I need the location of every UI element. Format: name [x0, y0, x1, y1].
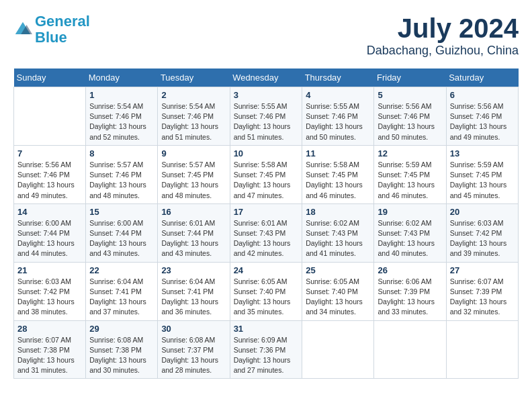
day-info: Sunrise: 5:56 AM Sunset: 7:46 PM Dayligh…: [378, 101, 442, 142]
calendar-cell: 3Sunrise: 5:55 AM Sunset: 7:46 PM Daylig…: [230, 87, 302, 146]
day-info: Sunrise: 6:03 AM Sunset: 7:42 PM Dayligh…: [450, 218, 515, 259]
day-info: Sunrise: 6:02 AM Sunset: 7:43 PM Dayligh…: [378, 218, 442, 259]
calendar-cell: 28Sunrise: 6:07 AM Sunset: 7:38 PM Dayli…: [14, 320, 86, 379]
calendar-cell: 12Sunrise: 5:59 AM Sunset: 7:45 PM Dayli…: [374, 145, 446, 203]
day-number: 16: [161, 207, 226, 217]
day-info: Sunrise: 5:59 AM Sunset: 7:45 PM Dayligh…: [450, 160, 515, 201]
day-info: Sunrise: 6:03 AM Sunset: 7:42 PM Dayligh…: [17, 277, 82, 318]
day-info: Sunrise: 6:05 AM Sunset: 7:40 PM Dayligh…: [234, 277, 299, 318]
page-header: General Blue July 2024 Dabachang, Guizho…: [13, 13, 519, 58]
day-number: 23: [161, 265, 226, 275]
day-number: 12: [378, 148, 442, 158]
day-info: Sunrise: 5:56 AM Sunset: 7:46 PM Dayligh…: [17, 160, 82, 201]
day-info: Sunrise: 5:57 AM Sunset: 7:46 PM Dayligh…: [89, 160, 154, 201]
day-number: 10: [234, 148, 299, 158]
calendar-cell: [374, 320, 446, 379]
calendar-body: 1Sunrise: 5:54 AM Sunset: 7:46 PM Daylig…: [14, 87, 519, 379]
day-number: 19: [378, 207, 442, 217]
day-info: Sunrise: 5:56 AM Sunset: 7:46 PM Dayligh…: [450, 101, 515, 142]
week-row-4: 21Sunrise: 6:03 AM Sunset: 7:42 PM Dayli…: [14, 262, 519, 320]
weekday-tuesday: Tuesday: [158, 68, 230, 87]
day-info: Sunrise: 6:05 AM Sunset: 7:40 PM Dayligh…: [306, 277, 370, 318]
day-number: 24: [234, 265, 299, 275]
day-number: 21: [17, 265, 82, 275]
weekday-thursday: Thursday: [302, 68, 374, 87]
calendar-cell: 1Sunrise: 5:54 AM Sunset: 7:46 PM Daylig…: [86, 87, 158, 146]
day-number: 27: [450, 265, 515, 275]
day-info: Sunrise: 6:07 AM Sunset: 7:39 PM Dayligh…: [450, 277, 515, 318]
weekday-wednesday: Wednesday: [230, 68, 302, 87]
calendar-cell: 7Sunrise: 5:56 AM Sunset: 7:46 PM Daylig…: [14, 145, 86, 203]
day-number: 26: [378, 265, 442, 275]
calendar-cell: 25Sunrise: 6:05 AM Sunset: 7:40 PM Dayli…: [302, 262, 374, 320]
day-number: 17: [234, 207, 299, 217]
day-info: Sunrise: 6:08 AM Sunset: 7:37 PM Dayligh…: [161, 335, 226, 376]
calendar-cell: 20Sunrise: 6:03 AM Sunset: 7:42 PM Dayli…: [446, 203, 518, 262]
day-info: Sunrise: 5:59 AM Sunset: 7:45 PM Dayligh…: [378, 160, 442, 201]
day-info: Sunrise: 5:55 AM Sunset: 7:46 PM Dayligh…: [306, 101, 370, 142]
calendar-cell: [446, 320, 518, 379]
calendar-cell: 18Sunrise: 6:02 AM Sunset: 7:43 PM Dayli…: [302, 203, 374, 262]
calendar-cell: 17Sunrise: 6:01 AM Sunset: 7:43 PM Dayli…: [230, 203, 302, 262]
logo-line2: Blue: [35, 29, 67, 46]
calendar-cell: 26Sunrise: 6:06 AM Sunset: 7:39 PM Dayli…: [374, 262, 446, 320]
day-info: Sunrise: 6:09 AM Sunset: 7:36 PM Dayligh…: [234, 335, 299, 376]
calendar-cell: 22Sunrise: 6:04 AM Sunset: 7:41 PM Dayli…: [86, 262, 158, 320]
day-number: 9: [161, 148, 226, 158]
day-info: Sunrise: 6:02 AM Sunset: 7:43 PM Dayligh…: [306, 218, 370, 259]
day-number: 11: [306, 148, 370, 158]
weekday-saturday: Saturday: [446, 68, 518, 87]
day-number: 6: [450, 90, 515, 100]
day-info: Sunrise: 5:57 AM Sunset: 7:45 PM Dayligh…: [161, 160, 226, 201]
calendar-cell: 9Sunrise: 5:57 AM Sunset: 7:45 PM Daylig…: [158, 145, 230, 203]
day-number: 29: [89, 324, 154, 334]
day-number: 4: [306, 90, 370, 100]
day-number: 3: [234, 90, 299, 100]
calendar-cell: 6Sunrise: 5:56 AM Sunset: 7:46 PM Daylig…: [446, 87, 518, 146]
day-info: Sunrise: 5:58 AM Sunset: 7:45 PM Dayligh…: [234, 160, 299, 201]
day-number: 25: [306, 265, 370, 275]
day-info: Sunrise: 6:08 AM Sunset: 7:38 PM Dayligh…: [89, 335, 154, 376]
logo: General Blue: [13, 13, 90, 46]
day-number: 2: [161, 90, 226, 100]
day-number: 15: [89, 207, 154, 217]
calendar-cell: 15Sunrise: 6:00 AM Sunset: 7:44 PM Dayli…: [86, 203, 158, 262]
calendar-cell: 10Sunrise: 5:58 AM Sunset: 7:45 PM Dayli…: [230, 145, 302, 203]
calendar-cell: 23Sunrise: 6:04 AM Sunset: 7:41 PM Dayli…: [158, 262, 230, 320]
logo-line1: General: [35, 13, 90, 30]
day-number: 7: [17, 148, 82, 158]
day-info: Sunrise: 6:04 AM Sunset: 7:41 PM Dayligh…: [161, 277, 226, 318]
day-info: Sunrise: 6:01 AM Sunset: 7:44 PM Dayligh…: [161, 218, 226, 259]
day-info: Sunrise: 6:00 AM Sunset: 7:44 PM Dayligh…: [89, 218, 154, 259]
calendar-cell: 5Sunrise: 5:56 AM Sunset: 7:46 PM Daylig…: [374, 87, 446, 146]
calendar-cell: 30Sunrise: 6:08 AM Sunset: 7:37 PM Dayli…: [158, 320, 230, 379]
day-info: Sunrise: 5:58 AM Sunset: 7:45 PM Dayligh…: [306, 160, 370, 201]
calendar-cell: 31Sunrise: 6:09 AM Sunset: 7:36 PM Dayli…: [230, 320, 302, 379]
week-row-2: 7Sunrise: 5:56 AM Sunset: 7:46 PM Daylig…: [14, 145, 519, 203]
calendar-cell: 13Sunrise: 5:59 AM Sunset: 7:45 PM Dayli…: [446, 145, 518, 203]
day-number: 20: [450, 207, 515, 217]
calendar-cell: 27Sunrise: 6:07 AM Sunset: 7:39 PM Dayli…: [446, 262, 518, 320]
day-number: 30: [161, 324, 226, 334]
day-number: 28: [17, 324, 82, 334]
calendar-cell: 29Sunrise: 6:08 AM Sunset: 7:38 PM Dayli…: [86, 320, 158, 379]
calendar-cell: 11Sunrise: 5:58 AM Sunset: 7:45 PM Dayli…: [302, 145, 374, 203]
week-row-1: 1Sunrise: 5:54 AM Sunset: 7:46 PM Daylig…: [14, 87, 519, 146]
day-info: Sunrise: 6:06 AM Sunset: 7:39 PM Dayligh…: [378, 277, 442, 318]
title-block: July 2024 Dabachang, Guizhou, China: [367, 13, 519, 58]
day-info: Sunrise: 5:54 AM Sunset: 7:46 PM Dayligh…: [89, 101, 154, 142]
weekday-monday: Monday: [86, 68, 158, 87]
day-info: Sunrise: 6:04 AM Sunset: 7:41 PM Dayligh…: [89, 277, 154, 318]
day-info: Sunrise: 5:54 AM Sunset: 7:46 PM Dayligh…: [161, 101, 226, 142]
calendar-table: SundayMondayTuesdayWednesdayThursdayFrid…: [13, 68, 519, 379]
day-number: 18: [306, 207, 370, 217]
calendar-cell: 4Sunrise: 5:55 AM Sunset: 7:46 PM Daylig…: [302, 87, 374, 146]
location: Dabachang, Guizhou, China: [367, 44, 519, 58]
calendar-cell: [14, 87, 86, 146]
calendar-cell: 8Sunrise: 5:57 AM Sunset: 7:46 PM Daylig…: [86, 145, 158, 203]
day-number: 5: [378, 90, 442, 100]
day-info: Sunrise: 6:01 AM Sunset: 7:43 PM Dayligh…: [234, 218, 299, 259]
calendar-cell: 24Sunrise: 6:05 AM Sunset: 7:40 PM Dayli…: [230, 262, 302, 320]
calendar-cell: 16Sunrise: 6:01 AM Sunset: 7:44 PM Dayli…: [158, 203, 230, 262]
day-number: 31: [234, 324, 299, 334]
